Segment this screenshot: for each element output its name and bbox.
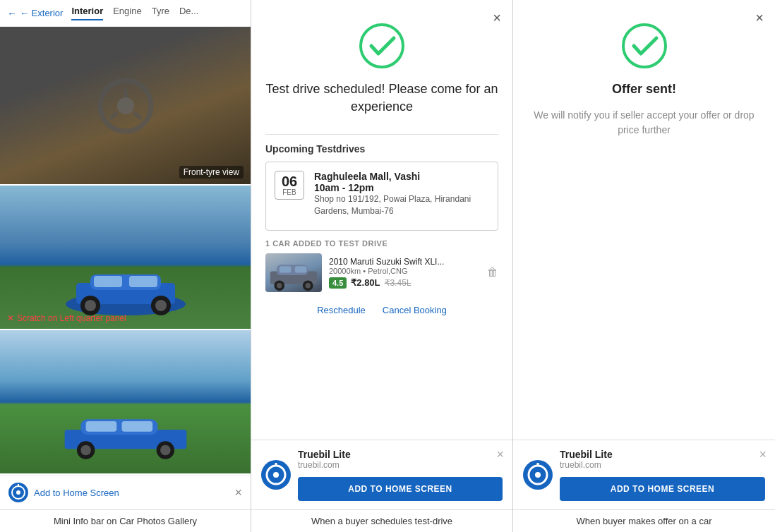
car-item: 2010 Maruti Suzuki Swift XLI... 20000km …	[265, 253, 498, 292]
price-old: ₹3.45L	[385, 278, 411, 288]
svg-point-37	[273, 472, 279, 478]
car-name: 2010 Maruti Suzuki Swift XLI...	[329, 257, 480, 267]
truebil-app-icon	[261, 460, 291, 490]
banner-url-3: truebil.com	[560, 460, 765, 470]
svg-point-39	[623, 25, 666, 67]
panel1-caption: Mini Info bar on Car Photos Gallery	[0, 509, 251, 532]
price-main: ₹2.80L	[351, 277, 380, 288]
exterior-link[interactable]: ← Exterior	[20, 8, 63, 18]
nav-back-button[interactable]: ← ← Exterior	[7, 8, 63, 19]
svg-point-1	[117, 97, 134, 114]
info-bar: Add to Home Screen ×	[0, 475, 251, 509]
svg-point-32	[277, 283, 282, 288]
delete-car-button[interactable]: 🗑	[487, 266, 498, 279]
photo-bg-exterior-top	[0, 186, 251, 329]
success-check-icon-3	[620, 21, 669, 71]
photo-label-front-tyre: Front-tyre view	[179, 166, 244, 179]
venue-address: Shop no 191/192, Powai Plaza, Hirandani …	[314, 193, 489, 217]
modal-close-button[interactable]: ×	[493, 10, 501, 26]
svg-point-42	[535, 472, 541, 478]
modal-subtitle-3: We will notify you if seller accept your…	[527, 108, 761, 138]
panel-test-drive: × Test drive scheduled! Please come for …	[251, 0, 513, 532]
steering-wheel-icon	[97, 78, 154, 134]
svg-rect-30	[295, 266, 307, 272]
date-number: 06	[280, 174, 299, 188]
check-circle-container	[265, 21, 498, 71]
testdrive-card: 06 FEB Raghuleela Mall, Vashi 10am - 12p…	[265, 162, 498, 231]
date-month: FEB	[280, 188, 299, 196]
modal-title-3: Offer sent!	[527, 80, 761, 98]
car-top-icon	[55, 258, 196, 322]
action-links: Reschedule Cancel Booking	[265, 305, 498, 315]
modal-offer-sent: × Offer sent! We will notify you if sell…	[513, 0, 775, 440]
svg-point-21	[160, 445, 171, 456]
info-bar-text[interactable]: Add to Home Screen	[34, 488, 119, 498]
banner-close-button-panel2[interactable]: ×	[496, 447, 504, 462]
date-row: 06 FEB Raghuleela Mall, Vashi 10am - 12p…	[275, 171, 489, 217]
car-thumb-bg	[265, 253, 322, 292]
back-arrow-icon: ←	[7, 8, 17, 19]
info-bar-content: Add to Home Screen	[8, 483, 119, 502]
svg-point-13	[155, 300, 167, 311]
banner-text-3: Truebil Lite truebil.com ADD TO HOME SCR…	[560, 449, 765, 501]
truebil-app-icon-3	[523, 460, 553, 490]
photo-interior[interactable]: Front-tyre view	[0, 27, 251, 186]
date-box: 06 FEB	[275, 171, 304, 200]
banner-text: Truebil Lite truebil.com ADD TO HOME SCR…	[298, 449, 503, 501]
svg-rect-16	[85, 421, 116, 432]
car-info: 2010 Maruti Suzuki Swift XLI... 20000km …	[329, 257, 480, 289]
x-icon: ✕	[7, 313, 14, 323]
install-banner: Truebil Lite truebil.com ADD TO HOME SCR…	[251, 440, 512, 509]
nav-tabs: Interior Engine Tyre De...	[71, 6, 198, 20]
svg-point-24	[16, 490, 20, 495]
svg-point-19	[80, 445, 91, 456]
section-heading-testdrives: Upcoming Testdrives	[265, 143, 498, 155]
svg-line-4	[134, 113, 141, 119]
car-side-icon	[55, 404, 196, 468]
tab-de[interactable]: De...	[179, 6, 198, 20]
panel-offer-sent: × Offer sent! We will notify you if sell…	[513, 0, 775, 532]
svg-rect-9	[129, 276, 157, 287]
cancel-booking-link[interactable]: Cancel Booking	[383, 305, 447, 315]
cars-section-label: 1 CAR ADDED TO TEST DRIVE	[265, 239, 498, 248]
photo-bg-interior	[0, 27, 251, 184]
car-thumbnail	[265, 253, 322, 292]
panel3-caption: When buyer makes offer on a car	[513, 509, 775, 532]
svg-rect-17	[121, 421, 152, 432]
nav-bar: ← ← Exterior Interior Engine Tyre De...	[0, 0, 251, 27]
add-to-home-button-panel3[interactable]: ADD TO HOME SCREEN	[560, 477, 765, 501]
info-bar-close[interactable]: ×	[234, 485, 242, 500]
panel2-caption: When a buyer schedules test-drive	[251, 509, 512, 532]
check-circle-container-3	[527, 21, 761, 71]
svg-line-3	[110, 113, 117, 119]
modal-close-button-3[interactable]: ×	[755, 10, 764, 26]
photo-bg-exterior-side	[0, 330, 251, 473]
add-to-home-button-panel2[interactable]: ADD TO HOME SCREEN	[298, 477, 503, 501]
tab-interior[interactable]: Interior	[71, 6, 103, 20]
photo-exterior-side[interactable]	[0, 330, 251, 475]
svg-rect-8	[94, 276, 122, 287]
reschedule-link[interactable]: Reschedule	[317, 305, 366, 315]
tab-tyre[interactable]: Tyre	[152, 6, 169, 20]
scratch-label: ✕ Scratch on Left quarter panel	[7, 313, 126, 323]
success-check-icon	[357, 21, 407, 71]
svg-point-11	[85, 300, 96, 311]
install-banner-3: Truebil Lite truebil.com ADD TO HOME SCR…	[513, 440, 775, 509]
banner-url: truebil.com	[298, 460, 503, 470]
modal-title: Test drive scheduled! Please come for an…	[265, 80, 498, 116]
venue-info: Raghuleela Mall, Vashi 10am - 12pm Shop …	[314, 171, 489, 217]
car-thumb-icon	[267, 260, 320, 292]
svg-point-34	[306, 283, 311, 288]
modal-test-drive: × Test drive scheduled! Please come for …	[251, 0, 512, 440]
modal-title-bold: Test drive scheduled!	[265, 82, 385, 96]
car-km: 20000km • Petrol,CNG	[329, 267, 480, 275]
tab-engine[interactable]: Engine	[113, 6, 141, 20]
rating-badge: 4.5	[329, 277, 347, 289]
svg-point-26	[361, 25, 403, 67]
car-price-row: 4.5 ₹2.80L ₹3.45L	[329, 277, 480, 289]
photo-exterior-top[interactable]: ✕ Scratch on Left quarter panel	[0, 186, 251, 330]
divider-1	[265, 134, 498, 135]
photos-gallery: Front-tyre view ✕ Scratch on L	[0, 27, 251, 475]
banner-app-name-3: Truebil Lite	[560, 449, 765, 460]
banner-close-button-panel3[interactable]: ×	[759, 447, 767, 462]
